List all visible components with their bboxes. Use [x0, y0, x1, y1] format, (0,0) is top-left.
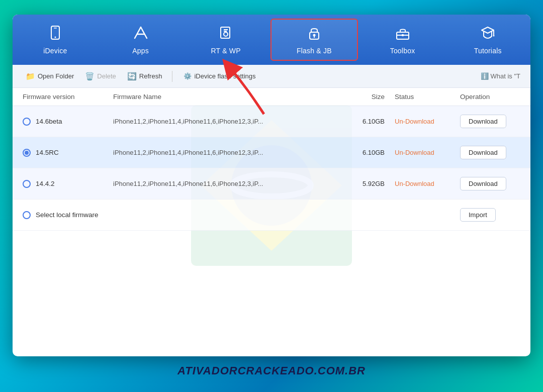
row1-size: 6.10GB	[344, 118, 395, 125]
folder-icon: 📁	[26, 72, 35, 81]
table-header: Firmware version Firmware Name Size Stat…	[13, 88, 530, 106]
row1-op: Download	[460, 115, 520, 128]
nav-label-flashjb: Flash & JB	[297, 47, 332, 55]
row3-name: iPhone11,2,iPhone11,4,iPhone11,6,iPhone1…	[113, 180, 344, 187]
what-is-button[interactable]: ℹ️ What is "T	[481, 72, 520, 80]
svg-point-15	[313, 34, 315, 36]
app-window: iDevice Apps R	[13, 15, 530, 356]
row2-version: 14.5RC	[36, 149, 59, 156]
flash-settings-button[interactable]: ⚙️ iDevice flash settings	[179, 71, 259, 81]
row3-radio[interactable]	[23, 180, 31, 188]
col-header-operation: Operation	[460, 93, 520, 101]
nav-label-apps: Apps	[132, 47, 149, 55]
row3-op: Download	[460, 177, 520, 190]
row3-version: 14.4.2	[36, 180, 55, 187]
footer-text: ATIVADORCRACKEADO.COM.BR	[177, 364, 366, 377]
row2-name: iPhone11,2,iPhone11,4,iPhone11,6,iPhone1…	[113, 149, 344, 156]
refresh-icon: 🔄	[127, 72, 137, 81]
toolbox-icon	[395, 25, 411, 44]
row3-version-col: 14.4.2	[23, 180, 113, 188]
nav-label-toolbox: Toolbox	[390, 47, 415, 55]
table-row: 14.5RC iPhone11,2,iPhone11,4,iPhone11,6,…	[13, 137, 530, 168]
row1-version: 14.6beta	[36, 118, 62, 125]
nav-label-rtwp: RT & WP	[211, 47, 241, 55]
local-label: Select local firmware	[36, 211, 99, 219]
svg-line-7	[135, 27, 141, 38]
import-button[interactable]: Import	[460, 208, 496, 222]
delete-button[interactable]: 🗑️ Delete	[82, 70, 119, 82]
row1-status: Un-Download	[395, 118, 460, 125]
row1-radio[interactable]	[23, 118, 31, 126]
info-icon: ℹ️	[481, 72, 489, 80]
row2-op: Download	[460, 146, 520, 159]
local-radio[interactable]	[23, 211, 31, 219]
apps-icon	[133, 25, 149, 44]
nav-item-rtwp[interactable]: RT & WP	[183, 15, 268, 65]
table-row: 14.6beta iPhone11,2,iPhone11,4,iPhone11,…	[13, 106, 530, 137]
row1-name: iPhone11,2,iPhone11,4,iPhone11,6,iPhone1…	[113, 118, 344, 125]
device-icon	[47, 25, 63, 44]
tutorials-icon	[480, 25, 496, 44]
nav-label-tutorials: Tutorials	[474, 47, 502, 55]
nav-item-toolbox[interactable]: Toolbox	[360, 15, 445, 65]
nav-label-idevice: iDevice	[43, 47, 67, 55]
svg-point-11	[224, 32, 228, 36]
nav-item-tutorials[interactable]: Tutorials	[445, 15, 530, 65]
nav-item-apps[interactable]: Apps	[98, 15, 184, 65]
row3-size: 5.92GB	[344, 180, 395, 187]
nav-item-idevice[interactable]: iDevice	[13, 15, 98, 65]
svg-rect-19	[402, 34, 404, 36]
open-folder-button[interactable]: 📁 Open Folder	[23, 70, 77, 82]
local-version-col: Select local firmware	[23, 211, 113, 219]
col-header-version: Firmware version	[23, 93, 113, 101]
delete-icon: 🗑️	[85, 72, 95, 81]
col-header-name: Firmware Name	[113, 93, 344, 101]
row2-status: Un-Download	[395, 149, 460, 156]
col-header-status: Status	[395, 93, 460, 101]
firmware-table: Firmware version Firmware Name Size Stat…	[13, 88, 530, 231]
row1-version-col: 14.6beta	[23, 118, 113, 126]
refresh-button[interactable]: 🔄 Refresh	[124, 70, 165, 82]
toolbar-separator	[172, 71, 172, 82]
local-firmware-row: Select local firmware Import	[13, 200, 530, 231]
row1-download-button[interactable]: Download	[460, 115, 506, 128]
nav-item-flashjb[interactable]: Flash & JB	[270, 19, 358, 61]
toolbar: 📁 Open Folder 🗑️ Delete 🔄 Refresh ⚙️ iDe…	[13, 65, 530, 88]
row2-radio[interactable]	[23, 149, 31, 157]
lock-icon	[306, 25, 322, 44]
svg-point-5	[54, 36, 56, 38]
svg-point-21	[493, 35, 495, 36]
settings-icon: ⚙️	[184, 72, 192, 80]
row3-download-button[interactable]: Download	[460, 177, 506, 190]
row3-status: Un-Download	[395, 180, 460, 187]
table-row: 14.4.2 iPhone11,2,iPhone11,4,iPhone11,6,…	[13, 168, 530, 200]
svg-line-8	[141, 27, 147, 38]
row2-size: 6.10GB	[344, 149, 395, 156]
col-header-size: Size	[344, 93, 395, 101]
row2-version-col: 14.5RC	[23, 149, 113, 157]
nav-bar: iDevice Apps R	[13, 15, 530, 65]
row2-download-button[interactable]: Download	[460, 146, 506, 159]
svg-rect-6	[54, 28, 57, 29]
local-op: Import	[460, 208, 520, 222]
footer: ATIVADORCRACKEADO.COM.BR	[177, 364, 366, 377]
music-icon	[218, 25, 234, 44]
